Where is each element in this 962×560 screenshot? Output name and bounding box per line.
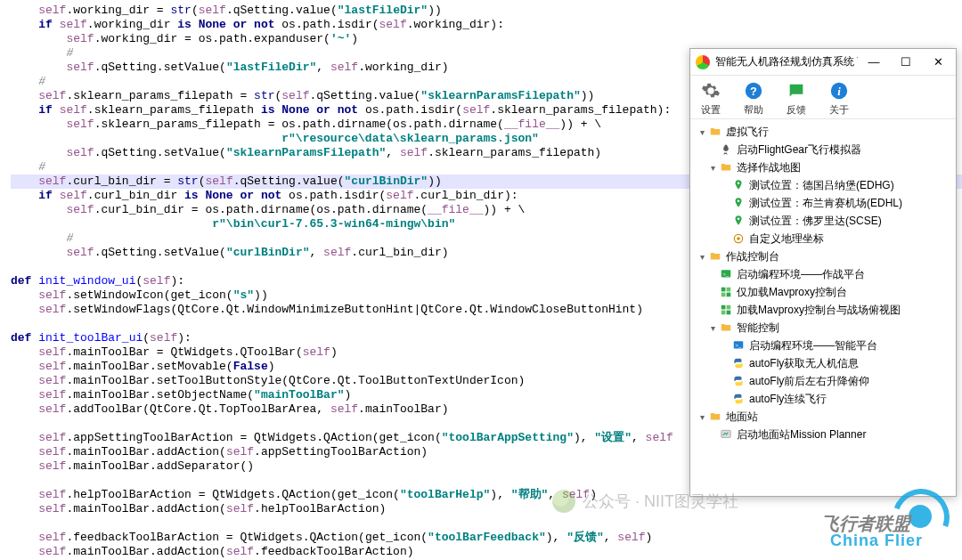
- code-line[interactable]: if self.working_dir is None or not os.pa…: [11, 18, 962, 32]
- svg-rect-11: [722, 288, 726, 292]
- term-b-icon: >_: [731, 338, 746, 353]
- feedback-icon: [785, 79, 808, 102]
- tree-item-label: 作战控制台: [726, 249, 779, 264]
- toolbar-settings-button[interactable]: 设置: [696, 79, 726, 117]
- close-button[interactable]: ✕: [922, 50, 954, 75]
- toolbar-label: 反馈: [787, 103, 806, 117]
- svg-point-8: [737, 237, 740, 240]
- minimize-button[interactable]: —: [858, 50, 890, 75]
- svg-text:?: ?: [750, 85, 757, 98]
- help-icon: ?: [742, 79, 765, 102]
- rocket-icon: [719, 142, 733, 157]
- tree-item-label: 启动编程环境——智能平台: [749, 338, 877, 353]
- grid-icon: [719, 285, 733, 299]
- window-title: 智能无人机路径规划仿真系统 V1.0.0: [715, 54, 858, 69]
- tree-item[interactable]: >_启动编程环境——智能平台: [694, 337, 952, 354]
- svg-rect-12: [727, 288, 731, 292]
- folder-icon: [719, 321, 733, 335]
- tree-item-label: 选择作战地图: [737, 160, 801, 175]
- folder-icon: [708, 410, 722, 424]
- tree-item-label: 测试位置：布兰肯赛机场(EDHL): [749, 196, 902, 211]
- grid-icon: [719, 303, 733, 317]
- svg-text:>_: >_: [736, 343, 742, 348]
- folder-icon: [719, 160, 733, 174]
- svg-point-6: [738, 217, 740, 220]
- tree-item[interactable]: ▾地面站: [694, 408, 952, 426]
- twisty-icon[interactable]: ▾: [696, 127, 708, 137]
- folder-icon: [708, 249, 722, 264]
- tree-item[interactable]: ▾作战控制台: [694, 248, 952, 265]
- svg-text:i: i: [837, 85, 841, 98]
- pin-icon: [731, 196, 746, 210]
- twisty-icon[interactable]: ▾: [706, 163, 719, 173]
- tree-item-label: 仅加载Mavproxy控制台: [737, 285, 847, 300]
- py-icon: [731, 392, 746, 406]
- code-line[interactable]: self.feedbackToolBarAction = QtWidgets.Q…: [11, 531, 962, 545]
- tree-item-label: 测试位置：佛罗里达(SCSE): [749, 214, 882, 229]
- tree-item-label: 启动编程环境——作战平台: [737, 267, 865, 282]
- toolbar-label: 帮助: [744, 103, 763, 117]
- folder-icon: [708, 125, 722, 139]
- tree-item[interactable]: ▾智能控制: [694, 319, 952, 337]
- target-icon: [731, 231, 746, 246]
- twisty-icon[interactable]: ▾: [696, 252, 708, 262]
- svg-text:>_: >_: [723, 272, 730, 277]
- tree-item[interactable]: ▾选择作战地图: [694, 158, 952, 176]
- toolbar-label: 设置: [701, 103, 721, 117]
- svg-rect-16: [727, 305, 731, 310]
- toolbar-help-button[interactable]: ?帮助: [738, 79, 769, 117]
- toolbar: 设置?帮助反馈i关于: [690, 76, 956, 119]
- svg-point-4: [738, 182, 740, 184]
- svg-point-5: [738, 199, 740, 202]
- tree-item[interactable]: 启动地面站Mission Planner: [694, 426, 952, 443]
- tree-item[interactable]: autoFly前后左右升降俯仰: [694, 372, 952, 390]
- twisty-icon[interactable]: ▾: [706, 323, 719, 333]
- tree-item-label: 自定义地理坐标: [749, 231, 824, 247]
- svg-rect-17: [722, 311, 726, 315]
- tree-item[interactable]: autoFly连续飞行: [694, 390, 952, 408]
- mp-icon: [719, 427, 733, 442]
- svg-rect-15: [722, 305, 726, 310]
- tree-item[interactable]: 测试位置：德国吕纳堡(EDHG): [694, 176, 952, 194]
- twisty-icon[interactable]: ▾: [696, 412, 708, 422]
- tree-view[interactable]: ▾虚拟飞行启动FlightGear飞行模拟器▾选择作战地图测试位置：德国吕纳堡(…: [690, 119, 956, 509]
- py-icon: [731, 374, 746, 388]
- tree-item-label: 启动FlightGear飞行模拟器: [737, 142, 861, 158]
- toolbar-label: 关于: [829, 103, 849, 117]
- settings-icon: [699, 79, 722, 102]
- tree-item[interactable]: 仅加载Mavproxy控制台: [694, 283, 952, 301]
- app-window: 智能无人机路径规划仿真系统 V1.0.0 — ☐ ✕ 设置?帮助反馈i关于 ▾虚…: [689, 48, 957, 497]
- code-line[interactable]: self.mainToolBar.addAction(self.feedback…: [11, 545, 962, 559]
- tree-item-label: 加载Mavproxy控制台与战场俯视图: [737, 303, 901, 318]
- code-line[interactable]: self.working_dir = str(self.qSetting.val…: [11, 4, 962, 18]
- tree-item-label: 地面站: [726, 410, 758, 425]
- pin-icon: [731, 214, 746, 228]
- tree-item[interactable]: 测试位置：布兰肯赛机场(EDHL): [694, 194, 952, 212]
- svg-rect-14: [727, 293, 731, 297]
- term-g-icon: >_: [719, 267, 733, 281]
- tree-item-label: autoFly前后左右升降俯仰: [749, 374, 869, 389]
- maximize-button[interactable]: ☐: [890, 50, 922, 75]
- toolbar-about-button[interactable]: i关于: [824, 79, 854, 117]
- tree-item[interactable]: 测试位置：佛罗里达(SCSE): [694, 212, 952, 230]
- app-icon: [696, 55, 710, 69]
- py-icon: [731, 356, 746, 370]
- tree-item-label: 智能控制: [737, 321, 779, 336]
- code-line[interactable]: self.working_dir = os.path.expanduser('~…: [11, 32, 962, 46]
- tree-item[interactable]: autoFly获取无人机信息: [694, 354, 952, 372]
- svg-rect-18: [727, 311, 731, 315]
- tree-item-label: autoFly获取无人机信息: [749, 356, 859, 371]
- toolbar-feedback-button[interactable]: 反馈: [781, 79, 811, 117]
- about-icon: i: [827, 79, 851, 102]
- tree-item[interactable]: 启动FlightGear飞行模拟器: [694, 141, 952, 158]
- tree-item[interactable]: 加载Mavproxy控制台与战场俯视图: [694, 301, 952, 319]
- svg-rect-13: [722, 293, 726, 297]
- pin-icon: [731, 178, 746, 192]
- tree-item[interactable]: >_启动编程环境——作战平台: [694, 265, 952, 283]
- titlebar[interactable]: 智能无人机路径规划仿真系统 V1.0.0 — ☐ ✕: [690, 49, 956, 76]
- tree-item-label: autoFly连续飞行: [749, 392, 827, 407]
- tree-item-label: 虚拟飞行: [726, 125, 769, 140]
- code-line[interactable]: [11, 516, 962, 531]
- tree-item[interactable]: 自定义地理坐标: [694, 230, 952, 248]
- tree-item[interactable]: ▾虚拟飞行: [694, 123, 952, 141]
